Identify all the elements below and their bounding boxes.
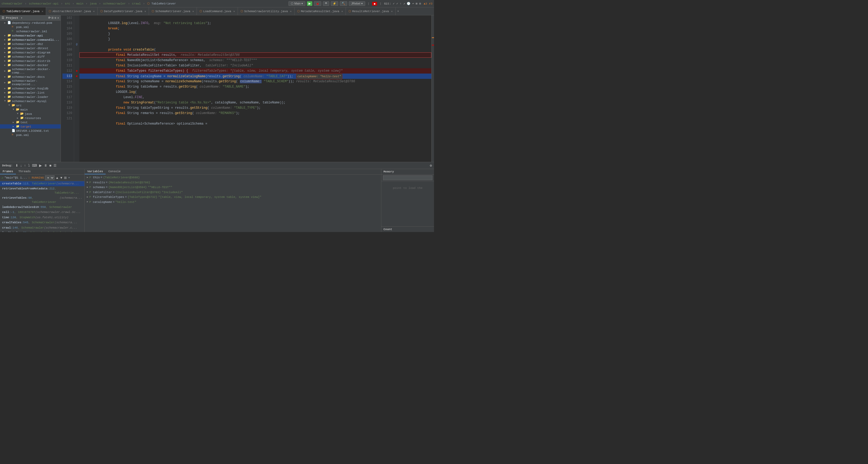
var-item-schemas[interactable]: ▶ P schemas = {NamedObjectList@3594} ""H… [85, 185, 381, 190]
var-item-catalogname[interactable]: ▶ P catalogName = "hello-test" [85, 200, 381, 205]
pause-button[interactable]: ⏸ [43, 164, 48, 167]
var-item-filteredtabletypes[interactable]: ▶ P filteredTableTypes = {TableTypes@373… [85, 195, 381, 200]
sidebar-item-examplecod[interactable]: ▶ 📁 schemacrawler-examplecod... [0, 79, 61, 86]
frame-item[interactable]: time:130, StopWatch (us.fatehi.utility) [0, 215, 85, 220]
sidebar-item-pom1[interactable]: ≡ pom.xml [0, 25, 61, 29]
sidebar-item-dbtest[interactable]: ▶ 📁 schemacrawler-dbtest [0, 46, 61, 50]
sidebar-item-db2[interactable]: ▶ 📁 schemacrawler-db2 [0, 42, 61, 46]
frame-item[interactable]: crawl:146, SchemaCrawler (schemacrawler.… [0, 225, 85, 230]
frame-item[interactable]: crawlTables:545, SchemaCrawler (schemacr… [0, 220, 85, 225]
tab-loadcommand[interactable]: ⬡ LoadCommand.java ✕ [197, 7, 238, 15]
breadcrumb-api[interactable]: schemacrawler-api [29, 2, 59, 5]
frame-item[interactable]: retrieveTables:98, TableRetriever (schem… [0, 196, 85, 205]
sidebar-item-driver-license[interactable]: 📄 DRIVER.LICENSE.txt [0, 129, 61, 133]
step-out-button[interactable]: ↑ [24, 164, 27, 167]
tab-datatyperetriever[interactable]: ⬡ DataTypeRetriever.java ✕ [98, 7, 149, 15]
settings-button[interactable]: ☰ [53, 164, 57, 167]
stop-debug-button[interactable]: ■ [49, 164, 52, 167]
sidebar-item-lint[interactable]: ▶ 📁 schemacrawler-lint [0, 91, 61, 95]
expand-arrow[interactable]: ▶ [87, 196, 88, 199]
expand-arrow[interactable]: ▶ [87, 186, 88, 190]
sidebar-item-distrib[interactable]: ▶ 📁 schemacrawler-distrib [0, 59, 61, 63]
sidebar-item-resources[interactable]: ▶ 📁 resources [0, 116, 61, 120]
sidebar-item-dep-reduced[interactable]: ▶ 📄 dependency-reduced-pom [0, 21, 61, 25]
code-content[interactable]: 102 103 104 105 106 107 108 109 110 111 … [61, 15, 434, 162]
tab-close[interactable]: ✕ [145, 10, 146, 13]
debug-gear-icon[interactable]: ⚙ [430, 164, 432, 168]
tab-variables[interactable]: Variables [85, 169, 105, 174]
run-to-cursor-button[interactable]: ⤵ [28, 164, 30, 167]
tab-close[interactable]: ✕ [93, 10, 95, 13]
sync-icon[interactable]: ⟳ [48, 16, 51, 20]
sidebar-item-commandli[interactable]: ▶ 📁 schemacrawler-commandli... [0, 38, 61, 42]
tab-console[interactable]: Console [105, 169, 123, 174]
expand-arrow[interactable]: ▶ [87, 181, 88, 185]
debug-run-button[interactable]: 🐞 [314, 1, 321, 6]
var-item-results[interactable]: ▶ P results = {MetadataResultSet@3786} [85, 180, 381, 185]
gutter-113[interactable]: ● [74, 73, 80, 79]
tab-abstractretriever[interactable]: ⬡ AbstractRetriever.java ✕ [46, 7, 97, 15]
frame-item[interactable]: retrieveTablesFromMetadata:212, TableRet… [0, 186, 85, 196]
expand-arrow[interactable]: ▶ [87, 200, 88, 204]
sidebar-item-loader[interactable]: ▶ 📁 schemacrawler-loader [0, 95, 61, 99]
sidebar-item-main[interactable]: ▼ 📂 main [0, 107, 61, 112]
step-over-button[interactable]: ⬇ [15, 164, 19, 167]
frame-item[interactable]: createTable:113, TableRetriever (schemac… [0, 181, 85, 186]
run-button[interactable]: ▶ [307, 1, 312, 6]
sidebar-item-src[interactable]: ▼ 📂 src [0, 103, 61, 107]
tab-metadataresultset[interactable]: ⬡ MetadataResultSet.java ✕ [294, 7, 346, 15]
sidebar-item-target[interactable]: ▶ 📁 target [0, 124, 61, 129]
breadcrumb-src[interactable]: src [65, 2, 70, 5]
tab-tableretriever[interactable]: ⬡ TableRetriever.java ✕ [0, 7, 46, 15]
memory-search-input[interactable] [383, 175, 432, 180]
project-menu[interactable]: ▾ [21, 16, 23, 20]
thread-up-button[interactable]: ▲ [56, 176, 59, 179]
evaluate-button[interactable]: ⌨ [31, 164, 38, 167]
tab-close[interactable]: ✕ [234, 10, 235, 13]
thread-filter-button[interactable]: ⊞ [64, 176, 67, 179]
profile-button[interactable]: ⚡ [331, 1, 338, 6]
expand-arrow[interactable]: ▶ [87, 191, 88, 194]
var-item-tablefilter[interactable]: ▶ P tableFilter = {InclusionRuleFilter@3… [85, 190, 381, 195]
sidebar-item-diff[interactable]: ▶ 📁 schemacrawler-diff [0, 55, 61, 59]
add-frame-button[interactable]: + [68, 176, 70, 179]
close-icon[interactable]: ✕ [57, 16, 59, 20]
frame-item[interactable]: loadCatalog:59, SchemaCrawlerCatalogLoad… [0, 230, 85, 232]
frame-item[interactable]: lambda$crawlTables$19:550, SchemaCrawler [0, 205, 85, 210]
breadcrumb-chemacrawler[interactable]: chemaCrawler [2, 2, 23, 5]
tab-close[interactable]: ✕ [391, 10, 393, 13]
tab-close[interactable]: ✕ [290, 10, 291, 13]
tab-close[interactable]: ✕ [192, 10, 194, 13]
thread-dropdown[interactable]: ▾ [45, 175, 55, 180]
gutter-112[interactable]: ● [74, 68, 80, 73]
sidebar-item-docs[interactable]: ▶ 📁 schemacrawler-docs [0, 75, 61, 79]
more-tabs-button[interactable]: ▾ [396, 9, 401, 13]
tab-schemacrawlerutility[interactable]: ⬡ SchemaCrawlerUtility.java ✕ [238, 7, 294, 15]
code-lines[interactable]: LOGGER.log(Level.INFO, msg: "Not retriev… [80, 15, 431, 162]
resume-button[interactable]: ▶ [39, 164, 42, 167]
tab-schemaretriever[interactable]: ⬡ SchemaRetriever.java ✕ [149, 7, 197, 15]
expand-arrow[interactable]: ▶ [87, 176, 88, 179]
var-item-this[interactable]: ▶ P this = {TableRetriever@3688} [85, 175, 381, 180]
stop-button[interactable]: ■ [372, 2, 377, 5]
build-button[interactable]: 🔨 [340, 1, 347, 6]
frame-item[interactable]: call:-1, 1801878707 (schemacrawler.crawl… [0, 210, 85, 215]
tab-resultsretriever[interactable]: ⬡ ResultsRetriever.java ✕ [346, 7, 396, 15]
breadcrumb-main[interactable]: main [76, 2, 83, 5]
collapse-icon[interactable]: ⊟ [52, 16, 54, 20]
sidebar-item-docker-comp[interactable]: ▶ 📁 schemacrawler-docker-comp... [0, 67, 61, 75]
jrebel-button[interactable]: JRebel ▾ [349, 1, 365, 6]
step-into-button[interactable]: ↓ [20, 164, 23, 167]
breadcrumb-schemacrawler[interactable]: schemacrawler [103, 2, 126, 5]
sidebar-item-iml[interactable]: ≡ schemacrawler.iml [0, 29, 61, 33]
tab-threads[interactable]: Threads [16, 169, 33, 174]
coverage-button[interactable]: ☂ [323, 1, 329, 6]
sidebar-item-java[interactable]: ▼ 📂 java [0, 112, 61, 116]
sidebar-item-pom2[interactable]: ≡ pom.xml [0, 133, 61, 137]
settings-icon[interactable]: ⚙ [55, 16, 56, 20]
breadcrumb-java[interactable]: java [90, 2, 97, 5]
tab-close[interactable]: ✕ [41, 10, 43, 13]
sidebar-item-docker[interactable]: ▶ 📁 schemacrawler-docker [0, 63, 61, 67]
breadcrumb-crawl[interactable]: crawl [132, 2, 141, 5]
thread-down-button[interactable]: ▼ [60, 176, 63, 179]
